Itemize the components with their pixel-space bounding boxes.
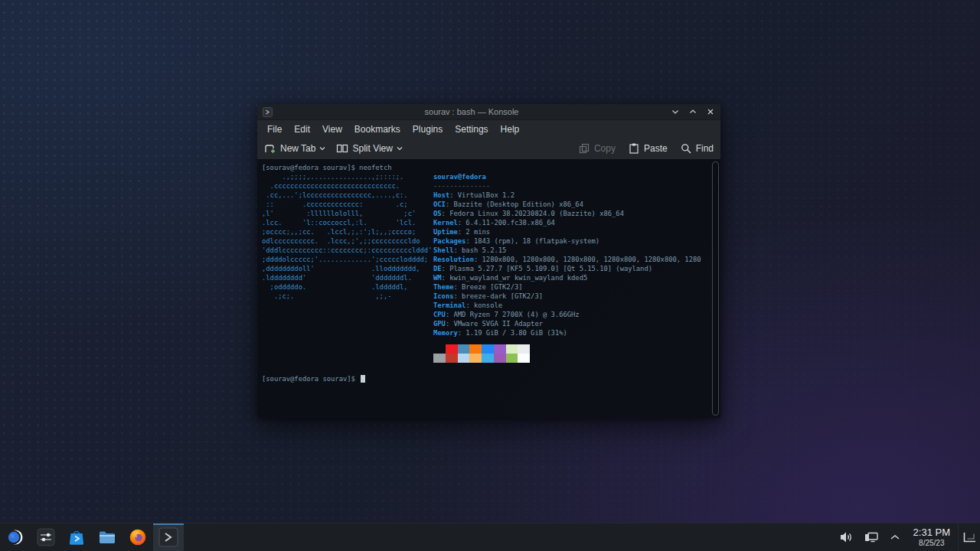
file-manager-button[interactable] xyxy=(92,523,122,551)
find-button[interactable]: Find xyxy=(680,142,714,155)
neofetch-line: Packages: 1843 (rpm), 18 (flatpak-system… xyxy=(433,236,701,246)
neofetch-line: OS: Fedora Linux 38.20230824.0 (Bazzite)… xyxy=(433,209,701,218)
toolbar-label: Find xyxy=(696,143,714,154)
task-manager xyxy=(0,523,184,551)
neofetch-info: sourav@fedora--------------Host: Virtual… xyxy=(433,172,701,337)
maximize-icon xyxy=(688,107,697,116)
palette-block xyxy=(506,354,518,363)
neofetch-line: Host: VirtualBox 1.2 xyxy=(433,191,701,200)
menu-bookmarks[interactable]: Bookmarks xyxy=(348,122,407,136)
terminal-cursor xyxy=(361,375,365,383)
neofetch-line: Kernel: 6.4.11-200.fc38.x86_64 xyxy=(433,218,701,227)
field-label: Icons xyxy=(433,292,453,300)
field-value: : Breeze [GTK2/3] xyxy=(453,283,522,291)
menu-view[interactable]: View xyxy=(316,122,348,136)
terminal-scrollbar[interactable] xyxy=(712,161,719,416)
toolbar-right-group: CopyPasteFind xyxy=(578,142,714,155)
neofetch-line: CPU: AMD Ryzen 7 2700X (4) @ 3.66GHz xyxy=(433,310,701,319)
tray-icons xyxy=(834,523,906,551)
paste-icon xyxy=(628,142,640,155)
field-value: : konsole xyxy=(466,302,502,309)
neofetch-ascii-logo: .,;;;;,...............,;::::;. .cccccccc… xyxy=(262,172,432,301)
window-title: sourav : bash — Konsole xyxy=(277,107,666,116)
terminal-viewport[interactable]: [sourav@fedora sourav]$ neofetch .,;;;;,… xyxy=(257,159,720,418)
palette-block xyxy=(482,344,494,354)
minimize-button[interactable] xyxy=(671,107,680,116)
new-tab-button[interactable]: New Tab xyxy=(264,142,325,155)
field-value: : 1843 (rpm), 18 (flatpak-system) xyxy=(466,237,599,245)
copy-icon xyxy=(578,142,590,155)
neofetch-line: Terminal: konsole xyxy=(433,301,701,310)
firefox-icon xyxy=(129,528,147,546)
expand-tray-icon xyxy=(890,534,900,540)
palette-block xyxy=(433,354,446,363)
maximize-button[interactable] xyxy=(688,107,697,116)
menu-file[interactable]: File xyxy=(261,122,288,136)
taskbar: 2:31 PM 8/25/23 xyxy=(0,523,980,551)
neofetch-line: Resolution: 1280x800, 1280x800, 1280x800… xyxy=(433,255,701,264)
palette-row xyxy=(433,344,530,354)
menu-plugins[interactable]: Plugins xyxy=(407,122,449,136)
palette-block xyxy=(446,344,458,354)
menu-help[interactable]: Help xyxy=(495,122,526,136)
field-value: : kwin_wayland_wr kwin_wayland kded5 xyxy=(442,274,588,282)
caret-down-icon xyxy=(397,146,403,151)
konsole-window: sourav : bash — Konsole FileEditViewBook… xyxy=(257,104,720,418)
split-view-button[interactable]: Split View xyxy=(336,142,402,155)
palette-block xyxy=(458,354,470,363)
neofetch-line: sourav@fedora xyxy=(433,172,701,181)
field-label: CPU xyxy=(433,311,446,318)
palette-block xyxy=(506,344,518,354)
neofetch-line: Uptime: 2 mins xyxy=(433,227,701,236)
system-settings-button[interactable] xyxy=(31,523,61,551)
discover-button[interactable] xyxy=(61,523,92,551)
network-tray-button[interactable] xyxy=(858,523,884,551)
split-view-icon xyxy=(336,142,348,155)
field-value: : Fedora Linux 38.20230824.0 (Bazzite) x… xyxy=(442,210,624,217)
konsole-task-button[interactable] xyxy=(153,523,184,551)
palette-block xyxy=(458,344,470,354)
firefox-button[interactable] xyxy=(122,523,153,551)
menu-edit[interactable]: Edit xyxy=(288,122,316,136)
palette-block xyxy=(494,354,506,363)
close-button[interactable] xyxy=(706,107,715,116)
konsole-icon xyxy=(158,527,178,547)
new-tab-icon xyxy=(264,142,276,155)
palette-block xyxy=(518,354,530,363)
field-value: : 2 mins xyxy=(458,228,490,236)
palette-block xyxy=(469,344,482,354)
palette-block xyxy=(482,354,494,363)
menu-settings[interactable]: Settings xyxy=(449,122,494,136)
copy-button[interactable]: Copy xyxy=(578,142,616,155)
show-desktop-button[interactable] xyxy=(958,523,980,551)
window-controls xyxy=(671,107,715,116)
neofetch-line: -------------- xyxy=(433,181,701,191)
field-label: DE xyxy=(433,265,442,272)
volume-tray-button[interactable] xyxy=(834,523,858,551)
field-value: : VMware SVGA II Adapter xyxy=(446,320,543,328)
toolbar-label: New Tab xyxy=(280,143,315,154)
field-label: Shell xyxy=(433,246,453,254)
paste-button[interactable]: Paste xyxy=(628,142,668,155)
minimize-icon xyxy=(671,107,680,116)
field-value: : Plasma 5.27.7 [KF5 5.109.0] [Qt 5.15.1… xyxy=(442,265,652,272)
clock-time: 2:31 PM xyxy=(913,527,950,539)
caret-down-icon xyxy=(319,146,325,151)
field-value: : VirtualBox 1.2 xyxy=(449,191,514,199)
field-value: : bash 5.2.15 xyxy=(453,246,506,254)
close-icon xyxy=(706,107,715,116)
titlebar[interactable]: sourav : bash — Konsole xyxy=(257,104,720,119)
palette-block xyxy=(469,354,482,363)
expand-tray-button[interactable] xyxy=(884,523,906,551)
toolbar-label: Copy xyxy=(594,143,616,154)
neofetch-line: DE: Plasma 5.27.7 [KF5 5.109.0] [Qt 5.15… xyxy=(433,264,701,273)
field-label: Terminal xyxy=(433,302,466,309)
app-launcher-button[interactable] xyxy=(0,523,31,551)
digital-clock[interactable]: 2:31 PM 8/25/23 xyxy=(906,527,958,547)
neofetch-line: OCI: Bazzite (Desktop Edition) x86_64 xyxy=(433,200,701,209)
palette-block xyxy=(494,344,506,354)
field-label: GPU xyxy=(433,320,446,328)
clock-date: 8/25/23 xyxy=(913,539,950,548)
field-label: Uptime xyxy=(433,228,458,236)
field-value: : 1280x800, 1280x800, 1280x800, 1280x800… xyxy=(474,256,701,263)
